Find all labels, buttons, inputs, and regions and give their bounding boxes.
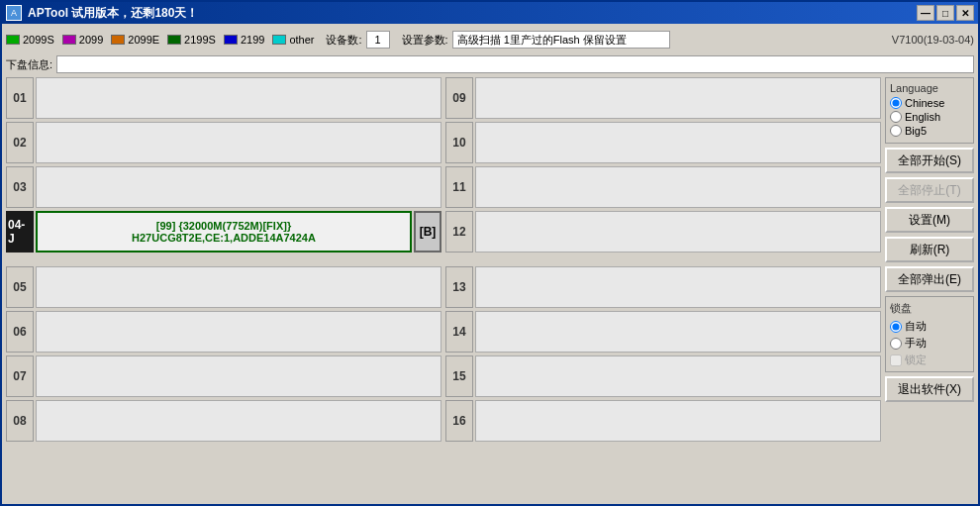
language-big5-radio[interactable] bbox=[890, 125, 902, 137]
minimize-button[interactable]: — bbox=[917, 5, 934, 21]
left-slot-column: 01 02 03 04-J [99] {32000M(775 bbox=[6, 77, 441, 500]
slot-row-14: 14 bbox=[445, 311, 881, 353]
slot-box-05[interactable] bbox=[36, 266, 441, 308]
legend-2199s: 2199S bbox=[167, 34, 216, 46]
language-chinese-radio[interactable] bbox=[890, 97, 902, 109]
disk-info-input[interactable] bbox=[56, 55, 974, 73]
slot-number-03: 03 bbox=[6, 166, 34, 208]
legend-other: other bbox=[272, 34, 314, 46]
title-bar: A APTool 试用版本，还剩180天！ — □ ✕ bbox=[2, 2, 978, 24]
slot-box-02[interactable] bbox=[36, 122, 441, 163]
slot-row-07: 07 bbox=[6, 355, 441, 397]
slot-row-13: 13 bbox=[445, 266, 881, 308]
device-count-label: 设备数: bbox=[326, 33, 361, 48]
legend-color-other bbox=[272, 35, 286, 45]
slot-04-line1: [99] {32000M(7752M)[FIX]} bbox=[156, 220, 291, 232]
slot-number-11: 11 bbox=[445, 166, 473, 208]
right-panel: Language Chinese English Big5 全部 bbox=[885, 77, 974, 500]
legend-label-2199: 2199 bbox=[241, 34, 264, 46]
maximize-button[interactable]: □ bbox=[936, 5, 954, 21]
slot-box-11[interactable] bbox=[475, 166, 881, 208]
slot-row-01: 01 bbox=[6, 77, 441, 119]
lock-checkbox[interactable] bbox=[890, 354, 902, 366]
legend-label-2099: 2099 bbox=[79, 34, 103, 46]
legend-color-2099e bbox=[111, 35, 125, 45]
slot-number-07: 07 bbox=[6, 355, 34, 397]
slot-box-03[interactable] bbox=[36, 166, 441, 208]
stop-all-button[interactable]: 全部停止(T) bbox=[885, 177, 974, 203]
lock-title: 锁盘 bbox=[890, 301, 969, 316]
lock-manual-radio[interactable] bbox=[890, 338, 902, 350]
legend-label-2099s: 2099S bbox=[23, 34, 54, 46]
lock-auto-label[interactable]: 自动 bbox=[905, 319, 927, 334]
slot-number-13: 13 bbox=[445, 266, 473, 308]
settings-param-group: 设置参数: bbox=[402, 31, 670, 49]
device-count-input[interactable] bbox=[366, 31, 390, 49]
language-english-radio[interactable] bbox=[890, 111, 902, 123]
language-big5-item: Big5 bbox=[890, 125, 969, 137]
slot-box-09[interactable] bbox=[475, 77, 881, 119]
language-chinese-label[interactable]: Chinese bbox=[905, 97, 944, 109]
slot-box-07[interactable] bbox=[36, 355, 441, 397]
title-bar-left: A APTool 试用版本，还剩180天！ bbox=[6, 5, 198, 22]
disk-info-label: 下盘信息: bbox=[6, 57, 52, 72]
language-english-label[interactable]: English bbox=[905, 111, 940, 123]
start-all-button[interactable]: 全部开始(S) bbox=[885, 148, 974, 173]
slot-box-15[interactable] bbox=[475, 355, 881, 397]
slot-row-04: 04-J [99] {32000M(7752M)[FIX]} H27UCG8T2… bbox=[6, 211, 441, 253]
slot-number-02: 02 bbox=[6, 122, 34, 163]
slot-box-06[interactable] bbox=[36, 311, 441, 353]
close-button[interactable]: ✕ bbox=[956, 5, 974, 21]
lock-manual-label[interactable]: 手动 bbox=[905, 336, 927, 351]
legend-2199: 2199 bbox=[224, 34, 264, 46]
slot-box-14[interactable] bbox=[475, 311, 881, 353]
legend-2099: 2099 bbox=[62, 34, 103, 46]
legend-color-2199 bbox=[224, 35, 238, 45]
right-slot-column: 09 10 11 12 bbox=[445, 77, 881, 500]
eject-all-button[interactable]: 全部弹出(E) bbox=[885, 266, 974, 292]
slot-row-02: 02 bbox=[6, 122, 441, 163]
slot-box-13[interactable] bbox=[475, 266, 881, 308]
slot-number-01: 01 bbox=[6, 77, 34, 119]
slot-04-line2: H27UCG8T2E,CE:1,ADDE14A7424A bbox=[132, 232, 316, 244]
slot-row-12: 12 bbox=[445, 211, 881, 253]
lock-check-label[interactable]: 锁定 bbox=[905, 353, 927, 367]
legend-label-2199s: 2199S bbox=[184, 34, 216, 46]
slot-number-12: 12 bbox=[445, 211, 473, 253]
language-english-item: English bbox=[890, 111, 969, 123]
slot-b-btn-04[interactable]: [B] bbox=[414, 211, 441, 253]
settings-button[interactable]: 设置(M) bbox=[885, 207, 974, 233]
legend-color-2099 bbox=[62, 35, 76, 45]
slot-row-11: 11 bbox=[445, 166, 881, 208]
slot-box-01[interactable] bbox=[36, 77, 441, 119]
language-big5-label[interactable]: Big5 bbox=[905, 125, 927, 137]
legend-color-2099s bbox=[6, 35, 20, 45]
refresh-button[interactable]: 刷新(R) bbox=[885, 237, 974, 262]
slot-box-04[interactable]: [99] {32000M(7752M)[FIX]} H27UCG8T2E,CE:… bbox=[36, 211, 412, 253]
lock-check-item: 锁定 bbox=[890, 353, 969, 367]
lock-auto-radio[interactable] bbox=[890, 321, 902, 333]
left-spacer bbox=[6, 255, 441, 263]
content-area: 2099S 2099 2099E 2199S 2199 other bbox=[2, 24, 978, 504]
slot-box-08[interactable] bbox=[36, 400, 441, 442]
slot-box-10[interactable] bbox=[475, 122, 881, 163]
slot-number-16: 16 bbox=[445, 400, 473, 442]
device-count-group: 设备数: bbox=[326, 31, 389, 49]
language-group: Language Chinese English Big5 bbox=[885, 77, 974, 144]
legend-label-other: other bbox=[289, 34, 314, 46]
right-spacer bbox=[445, 255, 881, 263]
lock-auto-item: 自动 bbox=[890, 319, 969, 334]
slot-box-12[interactable] bbox=[475, 211, 881, 253]
slot-number-09: 09 bbox=[445, 77, 473, 119]
language-chinese-item: Chinese bbox=[890, 97, 969, 109]
app-icon: A bbox=[6, 5, 22, 21]
slot-box-16[interactable] bbox=[475, 400, 881, 442]
exit-button[interactable]: 退出软件(X) bbox=[885, 376, 974, 402]
slot-number-14: 14 bbox=[445, 311, 473, 353]
lock-manual-item: 手动 bbox=[890, 336, 969, 351]
settings-param-input[interactable] bbox=[452, 31, 670, 49]
slot-row-09: 09 bbox=[445, 77, 881, 119]
slot-row-16: 16 bbox=[445, 400, 881, 442]
legend-2099e: 2099E bbox=[111, 34, 159, 46]
slot-row-15: 15 bbox=[445, 355, 881, 397]
